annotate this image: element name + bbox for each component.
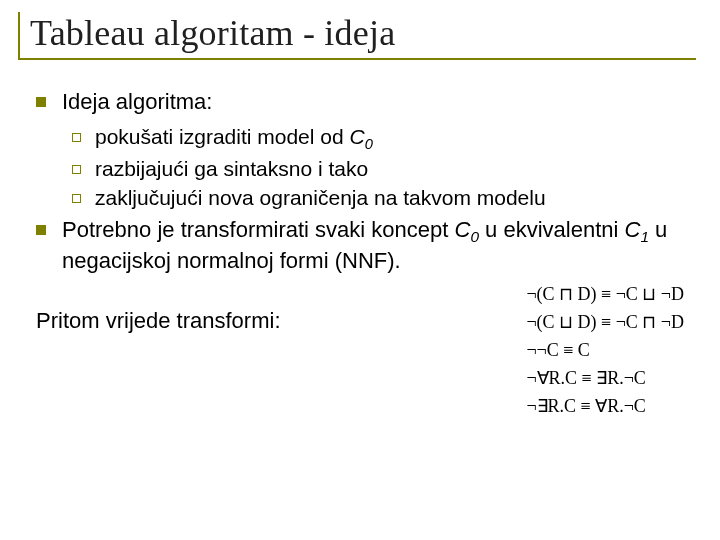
bullet-paragraph-text: Pritom vrijede transformi: [36,307,502,335]
hollow-square-bullet-icon [72,165,81,174]
formula-line: ¬(C ⊓ D) ≡ ¬C ⊔ ¬D [526,281,684,309]
bullet-lead: Ideja algoritma: [36,88,690,116]
title-rule: Tableau algoritam - ideja [18,12,696,60]
sub-bullet: pokušati izgraditi model od C0 [72,124,690,154]
hollow-square-bullet-icon [72,133,81,142]
bullet-paragraph: Potrebno je transformirati svaki koncept… [36,216,690,275]
slide: Tableau algoritam - ideja Ideja algoritm… [0,0,720,540]
slide-body: Ideja algoritma: pokušati izgraditi mode… [24,60,696,421]
sub-bullet: razbijajući ga sintaksno i tako [72,156,690,183]
sub-bullet: zaključujući nova ograničenja na takvom … [72,185,690,212]
square-bullet-icon [36,97,46,107]
slide-title: Tableau algoritam - ideja [30,12,696,54]
bullet-paragraph-text: Potrebno je transformirati svaki koncept… [62,216,690,275]
last-row: Pritom vrijede transformi: ¬(C ⊓ D) ≡ ¬C… [36,279,690,420]
sub-bullet-text: razbijajući ga sintaksno i tako [95,156,368,183]
formula-line: ¬¬C ≡ C [526,337,684,365]
sub-bullet-text: zaključujući nova ograničenja na takvom … [95,185,546,212]
bullet-lead-text: Ideja algoritma: [62,88,212,116]
formula-line: ¬∀R.C ≡ ∃R.¬C [526,365,684,393]
square-bullet-icon [36,225,46,235]
bullet-paragraph: Pritom vrijede transformi: [36,279,502,335]
hollow-square-bullet-icon [72,194,81,203]
formula-line: ¬∃R.C ≡ ∀R.¬C [526,393,684,421]
formula-line: ¬(C ⊔ D) ≡ ¬C ⊓ ¬D [526,309,684,337]
sub-bullet-text: pokušati izgraditi model od C0 [95,124,373,154]
equivalence-formulae: ¬(C ⊓ D) ≡ ¬C ⊔ ¬D ¬(C ⊔ D) ≡ ¬C ⊓ ¬D ¬¬… [502,279,690,420]
